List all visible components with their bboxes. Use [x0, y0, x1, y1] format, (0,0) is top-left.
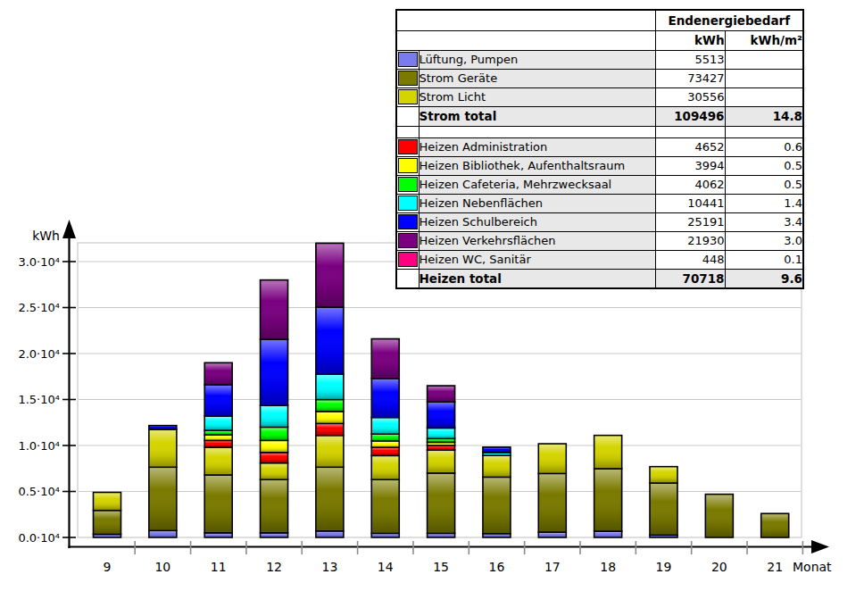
table-title: Endenergiebedarf — [655, 10, 803, 30]
kwh-value: 10441 — [655, 194, 725, 212]
table-row: Heizen Cafeteria, Mehrzwecksaal40620.5 — [396, 175, 803, 194]
kwh-value: 70718 — [655, 269, 725, 288]
swatch-cell — [396, 231, 419, 250]
energy-report-page: 0.0·10⁴0.5·10⁴1.0·10⁴1.5·10⁴2.0·10⁴2.5·1… — [0, 0, 864, 616]
y-tick-label: 2.5·10⁴ — [18, 301, 60, 314]
x-tick-label: 12 — [266, 560, 282, 574]
swatch-cell — [396, 126, 419, 137]
color-swatch — [398, 158, 418, 173]
color-swatch — [398, 89, 418, 104]
bar-segment-shade — [762, 514, 788, 537]
row-label — [419, 126, 655, 137]
bar-segment-shade — [150, 430, 176, 466]
table-row: Heizen WC, Sanitär4480.1 — [396, 250, 803, 269]
kwh-per-m2-value: 9.6 — [725, 269, 803, 288]
spacer-row — [396, 126, 803, 137]
bar-segment-shade — [428, 403, 454, 427]
kwh-per-m2-value: 14.8 — [725, 106, 803, 126]
table-row: Heizen Nebenflächen104411.4 — [396, 194, 803, 212]
kwh-per-m2-value: 0.5 — [725, 175, 803, 194]
bar-month-17 — [538, 444, 566, 537]
table-row: Strom Geräte73427 — [396, 69, 803, 87]
bar-segment-shade — [150, 531, 176, 537]
table-row: Heizen Bibliothek, Aufenthaltsraum39940.… — [396, 156, 803, 175]
header-blank-cell — [396, 30, 655, 50]
kwh-per-m2-value — [725, 69, 803, 87]
legend-data-table: Endenergiebedarf kWh kWh/m² Lüftung, Pum… — [395, 9, 804, 289]
bar-segment-shade — [150, 427, 176, 429]
row-label: Heizen WC, Sanitär — [419, 250, 655, 269]
row-label: Lüftung, Pumpen — [419, 50, 655, 69]
bar-segment-shade — [95, 494, 120, 510]
bar-segment-shade — [95, 512, 120, 534]
bar-segment-shade — [428, 439, 454, 441]
swatch-cell — [396, 137, 419, 156]
row-label: Strom Geräte — [419, 69, 655, 87]
bar-month-18 — [594, 436, 622, 537]
kwh-value: 109496 — [655, 106, 725, 126]
kwh-per-m2-value: 0.6 — [725, 137, 803, 156]
color-swatch — [398, 214, 418, 229]
swatch-cell — [396, 269, 419, 288]
bar-segment-shade — [706, 495, 732, 537]
bar-segment-shade — [205, 476, 231, 532]
y-tick-label: 1.0·10⁴ — [18, 439, 60, 453]
kwh-per-m2-value: 3.4 — [725, 212, 803, 231]
row-label: Heizen Bibliothek, Aufenthaltsraum — [419, 156, 655, 175]
bar-segment-shade — [205, 436, 231, 439]
color-swatch — [398, 139, 418, 154]
table-row: Heizen Administration46520.6 — [396, 137, 803, 156]
color-swatch — [398, 233, 418, 248]
bar-segment-shade — [262, 534, 287, 537]
bar-segment-shade — [317, 424, 343, 434]
bar-segment-shade — [262, 480, 287, 532]
kwh-value: 4062 — [655, 175, 725, 194]
table-row: Heizen Verkehrsflächen219303.0 — [396, 231, 803, 250]
bar-segment-shade — [262, 406, 287, 426]
x-tick-label: 18 — [600, 560, 616, 574]
bar-month-20 — [705, 495, 733, 537]
swatch-cell — [396, 175, 419, 194]
kwh-per-m2-value: 0.5 — [725, 156, 803, 175]
x-tick-label: 19 — [656, 560, 672, 574]
kwh-value: 448 — [655, 250, 725, 269]
bar-segment-shade — [317, 412, 343, 422]
bar-segment-shade — [651, 468, 677, 482]
bar-segment-shade — [317, 401, 343, 411]
color-swatch — [398, 196, 418, 211]
table-subheader-row: kWh kWh/m² — [396, 30, 803, 50]
x-tick-label: 9 — [104, 560, 112, 574]
swatch-cell — [396, 106, 419, 126]
kwh-value: 4652 — [655, 137, 725, 156]
bar-month-13 — [316, 243, 344, 537]
bar-month-10 — [149, 426, 177, 537]
row-label: Heizen Verkehrsflächen — [419, 231, 655, 250]
x-tick-label: 15 — [433, 560, 449, 574]
bar-segment-shade — [205, 448, 231, 474]
table-row: Heizen Schulbereich251913.4 — [396, 212, 803, 231]
kwh-value: 5513 — [655, 50, 725, 69]
color-swatch — [398, 52, 418, 67]
color-swatch — [398, 71, 418, 86]
bar-segment-shade — [428, 451, 454, 472]
bar-segment-shade — [205, 363, 231, 384]
kwh-per-m2-value: 1.4 — [725, 194, 803, 212]
x-tick-label: 13 — [321, 560, 337, 574]
kwh-value: 25191 — [655, 212, 725, 231]
bar-segment-shade — [317, 244, 343, 306]
bar-segment-shade — [372, 442, 398, 446]
bar-segment-shade — [484, 456, 510, 476]
bar-month-14 — [371, 339, 399, 537]
y-tick-label: 3.0·10⁴ — [18, 255, 60, 269]
bar-segment-shade — [595, 532, 621, 537]
table-row: Lüftung, Pumpen5513 — [396, 50, 803, 69]
kwh-value: 30556 — [655, 87, 725, 106]
bar-segment-shade — [205, 431, 231, 434]
y-tick-label: 0.5·10⁴ — [18, 485, 60, 498]
swatch-cell — [396, 69, 419, 87]
kwh-per-m2-value: 0.1 — [725, 250, 803, 269]
bar-month-21 — [761, 513, 789, 537]
bar-month-15 — [428, 386, 455, 537]
row-label: Heizen Administration — [419, 137, 655, 156]
bar-segment-shade — [595, 437, 621, 468]
